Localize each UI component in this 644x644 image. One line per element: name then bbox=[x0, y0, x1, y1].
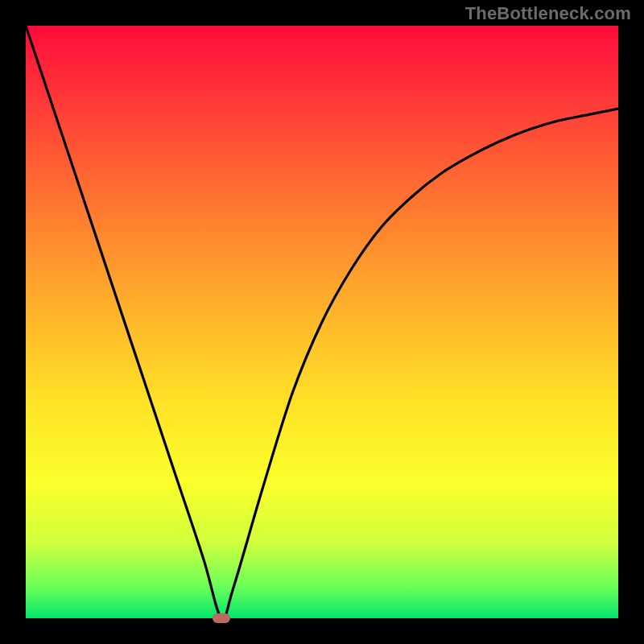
plot-area bbox=[26, 26, 618, 618]
curve-svg bbox=[26, 26, 618, 618]
bottleneck-curve bbox=[26, 26, 618, 618]
figure-root: TheBottleneck.com bbox=[0, 0, 644, 644]
attribution-text: TheBottleneck.com bbox=[465, 3, 631, 24]
optimal-point-marker bbox=[213, 613, 230, 623]
